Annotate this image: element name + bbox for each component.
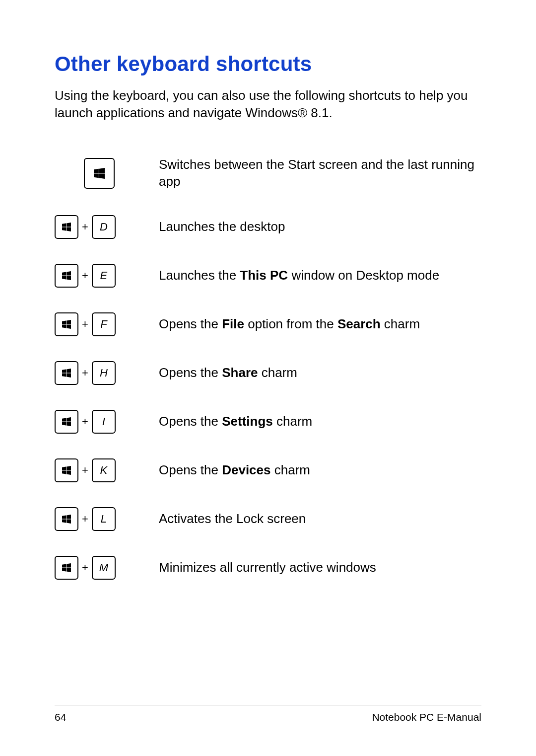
plus-sign: + <box>82 415 88 428</box>
windows-logo-icon <box>94 168 105 179</box>
page-number: 64 <box>55 711 66 723</box>
doc-title-footer: Notebook PC E-Manual <box>372 711 481 723</box>
key-combo <box>55 158 159 189</box>
shortcut-description: Opens the File option from the Search ch… <box>159 316 481 333</box>
page-footer: 64 Notebook PC E-Manual <box>55 705 481 723</box>
windows-key <box>55 410 78 434</box>
letter-key: E <box>92 264 116 288</box>
plus-sign: + <box>82 221 88 233</box>
windows-key <box>55 312 78 336</box>
shortcut-description: Opens the Settings charm <box>159 413 481 430</box>
plus-sign: + <box>82 367 88 379</box>
shortcut-description: Opens the Share charm <box>159 365 481 381</box>
shortcut-row: + D Launches the desktop <box>55 215 481 239</box>
shortcut-row: + I Opens the Settings charm <box>55 410 481 434</box>
key-combo: + H <box>55 361 159 385</box>
windows-logo-icon <box>62 515 71 524</box>
plus-sign: + <box>82 269 88 282</box>
windows-logo-icon <box>62 563 71 572</box>
key-combo: + F <box>55 312 159 336</box>
shortcut-row: + E Launches the This PC window on Deskt… <box>55 264 481 288</box>
letter-key: H <box>92 361 116 385</box>
windows-logo-icon <box>62 369 71 378</box>
plus-sign: + <box>82 561 88 574</box>
windows-logo-icon <box>62 223 71 231</box>
shortcut-row: + L Activates the Lock screen <box>55 507 481 531</box>
windows-key <box>55 215 78 239</box>
windows-key <box>55 361 78 385</box>
shortcut-row: + H Opens the Share charm <box>55 361 481 385</box>
shortcuts-table: Switches between the Start screen and th… <box>55 156 481 580</box>
letter-key: L <box>92 507 116 531</box>
shortcut-row: + M Minimizes all currently active windo… <box>55 556 481 580</box>
plus-sign: + <box>82 318 88 331</box>
shortcut-row: + F Opens the File option from the Searc… <box>55 312 481 336</box>
key-combo: + E <box>55 264 159 288</box>
windows-key <box>55 556 78 580</box>
windows-key <box>55 458 78 482</box>
key-combo: + K <box>55 458 159 482</box>
shortcut-row: + K Opens the Devices charm <box>55 458 481 482</box>
windows-logo-icon <box>62 320 71 329</box>
letter-key: M <box>92 556 116 580</box>
shortcut-description: Launches the desktop <box>159 219 481 235</box>
page-title: Other keyboard shortcuts <box>55 52 481 76</box>
windows-logo-icon <box>62 466 71 475</box>
letter-key: K <box>92 458 116 482</box>
windows-key <box>84 158 115 189</box>
plus-sign: + <box>82 464 88 477</box>
key-combo: + M <box>55 556 159 580</box>
shortcut-description: Launches the This PC window on Desktop m… <box>159 267 481 284</box>
windows-logo-icon <box>62 417 71 426</box>
intro-paragraph: Using the keyboard, you can also use the… <box>55 87 481 122</box>
letter-key: F <box>92 312 116 336</box>
shortcut-description: Minimizes all currently active windows <box>159 559 481 576</box>
key-combo: + L <box>55 507 159 531</box>
letter-key: I <box>92 410 116 434</box>
shortcut-description: Opens the Devices charm <box>159 462 481 479</box>
shortcut-description: Switches between the Start screen and th… <box>159 156 481 190</box>
shortcut-row: Switches between the Start screen and th… <box>55 156 481 190</box>
windows-logo-icon <box>62 271 71 280</box>
windows-key <box>55 507 78 531</box>
shortcut-description: Activates the Lock screen <box>159 511 481 528</box>
letter-key: D <box>92 215 116 239</box>
plus-sign: + <box>82 513 88 526</box>
key-combo: + D <box>55 215 159 239</box>
windows-key <box>55 264 78 288</box>
key-combo: + I <box>55 410 159 434</box>
